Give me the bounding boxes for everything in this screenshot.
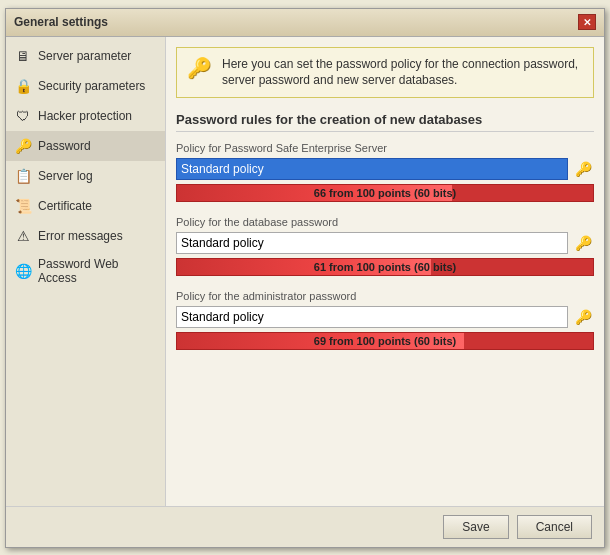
sidebar-item-error-messages[interactable]: ⚠Error messages <box>6 221 165 251</box>
main-window: General settings ✕ 🖥Server parameter🔒Sec… <box>5 8 605 548</box>
policy-group-database: Policy for the database password🔑61 from… <box>176 216 594 276</box>
policy-input-enterprise[interactable] <box>176 158 568 180</box>
policy-input-database[interactable] <box>176 232 568 254</box>
policy-label-administrator: Policy for the administrator password <box>176 290 594 302</box>
progress-text-database: 61 from 100 points (60 bits) <box>177 259 593 275</box>
security-parameters-icon: 🔒 <box>14 77 32 95</box>
cancel-button[interactable]: Cancel <box>517 515 592 539</box>
sidebar-item-server-parameter[interactable]: 🖥Server parameter <box>6 41 165 71</box>
progress-text-administrator: 69 from 100 points (60 bits) <box>177 333 593 349</box>
policy-input-row-administrator: 🔑 <box>176 306 594 328</box>
certificate-icon: 📜 <box>14 197 32 215</box>
sidebar-item-label: Server parameter <box>38 49 131 63</box>
sidebar-item-label: Certificate <box>38 199 92 213</box>
sidebar: 🖥Server parameter🔒Security parameters🛡Ha… <box>6 37 166 506</box>
policy-input-administrator[interactable] <box>176 306 568 328</box>
server-log-icon: 📋 <box>14 167 32 185</box>
titlebar: General settings ✕ <box>6 9 604 37</box>
sidebar-item-label: Error messages <box>38 229 123 243</box>
sidebar-item-certificate[interactable]: 📜Certificate <box>6 191 165 221</box>
progress-bar-database: 61 from 100 points (60 bits) <box>176 258 594 276</box>
policy-input-row-database: 🔑 <box>176 232 594 254</box>
policy-group-enterprise: Policy for Password Safe Enterprise Serv… <box>176 142 594 202</box>
policy-group-administrator: Policy for the administrator password🔑69… <box>176 290 594 350</box>
footer: Save Cancel <box>6 506 604 547</box>
sidebar-item-label: Hacker protection <box>38 109 132 123</box>
policy-label-database: Policy for the database password <box>176 216 594 228</box>
password-icon: 🔑 <box>14 137 32 155</box>
policy-key-btn-administrator[interactable]: 🔑 <box>572 306 594 328</box>
section-title: Password rules for the creation of new d… <box>176 112 594 132</box>
sidebar-item-label: Password Web Access <box>38 257 157 285</box>
server-parameter-icon: 🖥 <box>14 47 32 65</box>
progress-text-enterprise: 66 from 100 points (60 bits) <box>177 185 593 201</box>
policies-container: Policy for Password Safe Enterprise Serv… <box>176 142 594 350</box>
info-text: Here you can set the password policy for… <box>222 56 583 90</box>
progress-bar-enterprise: 66 from 100 points (60 bits) <box>176 184 594 202</box>
main-panel: 🔑 Here you can set the password policy f… <box>166 37 604 506</box>
progress-bar-administrator: 69 from 100 points (60 bits) <box>176 332 594 350</box>
sidebar-item-password-web-access[interactable]: 🌐Password Web Access <box>6 251 165 291</box>
policy-key-btn-database[interactable]: 🔑 <box>572 232 594 254</box>
sidebar-item-security-parameters[interactable]: 🔒Security parameters <box>6 71 165 101</box>
info-box: 🔑 Here you can set the password policy f… <box>176 47 594 99</box>
error-messages-icon: ⚠ <box>14 227 32 245</box>
policy-key-btn-enterprise[interactable]: 🔑 <box>572 158 594 180</box>
sidebar-item-hacker-protection[interactable]: 🛡Hacker protection <box>6 101 165 131</box>
sidebar-item-server-log[interactable]: 📋Server log <box>6 161 165 191</box>
content-area: 🖥Server parameter🔒Security parameters🛡Ha… <box>6 37 604 506</box>
sidebar-item-label: Password <box>38 139 91 153</box>
policy-input-row-enterprise: 🔑 <box>176 158 594 180</box>
window-title: General settings <box>14 15 108 29</box>
save-button[interactable]: Save <box>443 515 508 539</box>
sidebar-item-password[interactable]: 🔑Password <box>6 131 165 161</box>
close-button[interactable]: ✕ <box>578 14 596 30</box>
key-info-icon: 🔑 <box>187 56 212 80</box>
sidebar-item-label: Security parameters <box>38 79 145 93</box>
password-web-access-icon: 🌐 <box>14 262 32 280</box>
policy-label-enterprise: Policy for Password Safe Enterprise Serv… <box>176 142 594 154</box>
hacker-protection-icon: 🛡 <box>14 107 32 125</box>
sidebar-item-label: Server log <box>38 169 93 183</box>
